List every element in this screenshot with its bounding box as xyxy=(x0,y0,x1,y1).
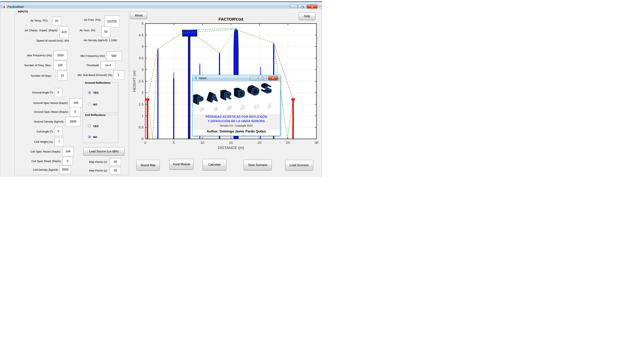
air-hum-label: Air Hum. (%) xyxy=(40,29,95,32)
pardos-logo-image: PARDOSPPPPPPPPAAAAAAAARRRRRRRRDDDDDDDDOO… xyxy=(192,81,280,114)
svg-text:A: A xyxy=(213,105,218,113)
air-pres-field[interactable]: 101325 xyxy=(104,15,120,27)
ground-react-label: Ground Spec React (Rayls): xyxy=(14,110,69,113)
ceil-reflections-radio-no[interactable] xyxy=(88,135,91,138)
about-maximize-icon xyxy=(262,77,264,79)
ceil-reflections-title: Ceil Reflections xyxy=(84,113,107,117)
about-dialog: About ✕ PARDOSPPPPPPPPAAAAAAAARRRRRRRRDD… xyxy=(192,75,280,136)
about-minimize-icon xyxy=(252,78,255,79)
air-imped-field[interactable]: 413 xyxy=(59,26,69,38)
air-density-text: Air Density (kg/m3): 1.1992 xyxy=(84,39,117,42)
air-temp-label: Air Temp. (ºC): xyxy=(0,19,48,22)
map-y-label: Map Points (y): xyxy=(52,169,108,172)
load-source-button[interactable]: Load Source (Lw dBA) xyxy=(83,147,124,156)
air-hum-field[interactable]: 50 xyxy=(101,26,110,37)
about-maximize-button[interactable] xyxy=(259,76,267,80)
ceil-angle-label: Ceil Angle (º): xyxy=(0,130,54,133)
threshold-field[interactable]: 1e-4 xyxy=(101,61,115,69)
air-pres-label: Air Pres. (Pa): xyxy=(46,18,101,21)
about-close-button[interactable]: ✕ xyxy=(268,76,278,80)
ceil-resist-label: Ceil Spec Resist (Rayls): xyxy=(6,150,61,153)
svg-text:S: S xyxy=(267,102,272,110)
load-scenario-button[interactable]: Load Scenario xyxy=(285,160,313,171)
ground-density-field[interactable]: 2000 xyxy=(65,117,81,126)
save-scenario-button[interactable]: Save Scenario xyxy=(244,160,272,170)
map-x-field[interactable]: 30 xyxy=(110,158,121,166)
about-dialog-title: About xyxy=(199,77,206,80)
ground-resist-label: Ground Spec Resist (Rayls): xyxy=(13,101,68,105)
ground-reflections-groupbox xyxy=(83,83,118,113)
min-subband-label: Min Sub-Band (Fresnel) (%): xyxy=(58,73,113,77)
map-y-field[interactable]: 30 xyxy=(110,167,121,174)
min-subband-field[interactable]: 1 xyxy=(113,70,124,80)
about-button[interactable]: About xyxy=(130,12,147,19)
close-icon: ✕ xyxy=(311,5,314,9)
ceil-reflections-groupbox xyxy=(83,115,118,143)
min-freq-label: Min Frequency (Hz): xyxy=(50,54,106,57)
ground-angle-field[interactable]: 0 xyxy=(54,88,62,97)
max-freq-label: Max Frequency (Hz): xyxy=(0,54,53,57)
about-version-line: Version 3.0 - Copyright 2020 xyxy=(192,124,280,127)
speed-sound-text: Speed of sound (m/s): 344 xyxy=(36,39,69,42)
window-title: PardosMain xyxy=(7,5,24,9)
svg-text:R: R xyxy=(226,104,232,112)
about-dialog-text-area: PÉRDIDAS ACÚSTICAS POR REFLEXIÓN Y DIFRA… xyxy=(192,114,280,130)
minimize-icon xyxy=(292,6,295,7)
sound-map-button[interactable]: Sound Map xyxy=(136,160,160,171)
ground-resist-field[interactable]: 1e6 xyxy=(69,98,82,107)
svg-text:D: D xyxy=(240,104,245,111)
about-heading-line2: Y DIFRACCIÓN DE LA ONDA SONORA xyxy=(192,119,280,123)
about-close-icon: ✕ xyxy=(272,77,274,80)
about-heading-line1: PÉRDIDAS ACÚSTICAS POR REFLEXIÓN xyxy=(192,115,280,119)
about-dialog-titlebar[interactable]: About ✕ xyxy=(192,75,280,81)
map-x-label: Map Points (x): xyxy=(52,160,108,163)
aural-module-button[interactable]: Aural Module xyxy=(169,159,194,170)
inputs-groupbox-title: INPUTS xyxy=(17,10,29,13)
restore-icon xyxy=(301,6,304,8)
ceil-reflections-radio-yes[interactable] xyxy=(88,124,91,128)
svg-text:O: O xyxy=(254,103,259,111)
ceil-reflections-radio-yes-label: YES xyxy=(93,125,98,128)
window-titlebar[interactable]: PardosMain ✕ xyxy=(0,1,322,9)
ceil-resist-field[interactable]: 1e6 xyxy=(62,147,74,156)
ground-react-field[interactable]: 0 xyxy=(70,107,81,116)
ground-angle-label: Ground Angle (º): xyxy=(0,91,54,94)
num-bins-label: Number of Freq. Bins: xyxy=(0,64,52,67)
ground-reflections-radio-yes[interactable] xyxy=(88,91,91,94)
ground-reflections-title: Ground Reflections xyxy=(84,81,112,84)
about-dialog-icon xyxy=(194,76,198,80)
num-hops-label: Number of Hops: xyxy=(0,74,52,77)
about-minimize-button[interactable] xyxy=(250,76,258,80)
about-author-line: Author: Domingo Javier Pardo Quiles xyxy=(192,130,280,133)
ceil-height-field[interactable]: 7 xyxy=(54,137,64,147)
svg-text:P: P xyxy=(200,106,205,114)
ceil-height-label: Ceil Height (m): xyxy=(0,140,54,143)
matlab-app-icon xyxy=(2,4,7,9)
ceil-density-label: Ceil Density (kg/m3): xyxy=(3,168,58,171)
help-button[interactable]: Help xyxy=(298,12,315,20)
calculate-button[interactable]: Calculate xyxy=(202,159,226,170)
ceil-reflections-radio-no-label: NO xyxy=(93,135,97,139)
threshold-label: Threshold: xyxy=(44,64,99,67)
ground-density-label: Ground Density (kg/m3): xyxy=(9,120,64,123)
min-freq-field[interactable]: 500 xyxy=(106,51,122,60)
ground-reflections-radio-yes-label: YES xyxy=(93,91,98,94)
ceil-angle-field[interactable]: 0 xyxy=(54,127,62,136)
ground-reflections-radio-no[interactable] xyxy=(88,103,91,106)
ground-reflections-radio-no-label: NO xyxy=(93,103,97,106)
pardos-main-window: PardosMain ✕ INPUTS Air Temp. (ºC):20Air… xyxy=(0,0,322,177)
